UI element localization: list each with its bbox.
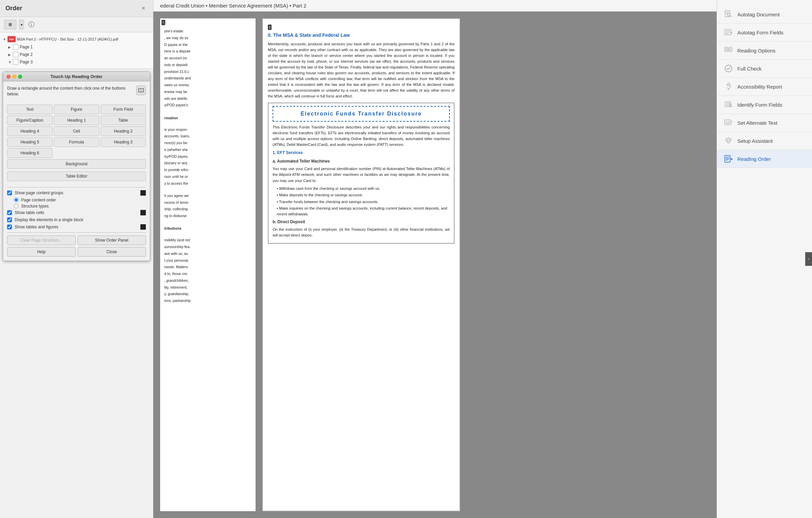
show-order-panel-button[interactable]: Show Order Panel — [78, 235, 146, 245]
heading4-tag-button[interactable]: Heading 4 — [7, 126, 52, 136]
set-alternate-text-label: Set Alternate Text — [737, 120, 777, 126]
right-panel-item-set-alt-text[interactable]: Alt Set Alternate Text — [717, 114, 812, 132]
document-content-area[interactable]: 1 yee's estate , we may do so D payee or… — [153, 12, 717, 518]
formula-tag-button[interactable]: Formula — [54, 137, 99, 147]
close-button[interactable]: Close — [78, 247, 146, 257]
heading2-tag-button[interactable]: Heading 2 — [101, 126, 146, 136]
file-tree: ▼ PDF MSA Part 2 - HTFFFCU - Std Size - … — [0, 32, 153, 69]
set-alternate-text-icon: Alt — [724, 118, 733, 127]
table-tag-button[interactable]: Table — [101, 116, 146, 125]
show-table-cells-label: Show table cells — [15, 210, 44, 215]
right-panel-item-reading-order[interactable]: Reading Order — [717, 150, 812, 168]
dropdown-button[interactable]: ▾ — [19, 20, 24, 29]
display-like-elements-checkbox[interactable] — [7, 217, 12, 222]
left-text-2: , we may do so — [164, 35, 251, 41]
dialog-body: Draw a rectangle around the content then… — [3, 81, 150, 261]
structure-types-radio[interactable] — [14, 204, 18, 208]
heading5-tag-button[interactable]: Heading 5 — [7, 137, 52, 147]
draw-rectangle-icon-button[interactable]: T — [136, 86, 146, 95]
left-text-3: D payee or the — [164, 42, 251, 48]
tree-page2-label: Page 2 — [20, 52, 33, 57]
close-traffic-light[interactable] — [6, 75, 11, 79]
heading6-tag-button[interactable]: Heading 6 — [7, 148, 52, 158]
right-panel-item-reading-options[interactable]: Reading Options — [717, 42, 812, 60]
dialog-titlebar: Touch Up Reading Order — [3, 72, 150, 81]
right-panel-item-identify-form[interactable]: Identify Form Fields — [717, 96, 812, 114]
tree-item-page3[interactable]: ▼ Page 3 — [5, 58, 153, 66]
right-panel-item-full-check[interactable]: Full Check — [717, 60, 812, 78]
document-header-text: ederal Credit Union • Member Service Agr… — [160, 3, 306, 9]
tree-toggle-page1: ▶ — [8, 45, 13, 49]
left-text-28: ave with us, as — [164, 251, 251, 257]
page-icon-1 — [13, 44, 18, 50]
clear-page-structure-button[interactable]: Clear Page Structure... — [7, 235, 76, 245]
info-icon: ⓘ — [28, 20, 34, 29]
tree-item-page2[interactable]: ▶ Page 2 — [5, 51, 153, 58]
left-text-22: h you agree we — [164, 193, 251, 199]
left-text-6: inds or deposit — [164, 62, 251, 68]
page-content-order-radio[interactable] — [14, 198, 18, 202]
heading1-tag-button[interactable]: Heading 1 — [54, 116, 99, 125]
show-page-content-groups-row: Show page content groups — [7, 190, 146, 196]
page-icon-2 — [13, 52, 18, 57]
figure-tag-button[interactable]: Figure — [54, 105, 99, 114]
cell-tag-button[interactable]: Cell — [54, 126, 99, 136]
section-0-text: Membership, accounts, products and servi… — [268, 41, 455, 99]
right-panel: Autotag Document Autotag Form Fields — [717, 0, 812, 518]
term-italic-1: term — [275, 77, 283, 81]
setup-assistant-label: Setup Assistant — [737, 138, 772, 144]
show-tables-figures-indicator — [140, 224, 146, 230]
show-table-cells-checkbox[interactable] — [7, 210, 12, 215]
left-text-26: nsibility (and not — [164, 238, 251, 243]
left-text-1: yee's estate — [164, 29, 251, 34]
display-like-elements-row: Display like elements in a single block — [7, 217, 146, 222]
left-text-30: needs. Matters — [164, 264, 251, 270]
text-tag-button[interactable]: Text — [7, 105, 52, 114]
separator-1 — [7, 187, 146, 187]
tree-item-root[interactable]: ▼ PDF MSA Part 2 - HTFFFCU - Std Size - … — [0, 35, 153, 43]
tree-item-page1[interactable]: ▶ Page 1 — [5, 43, 153, 51]
eft-list: Withdraw cash from the checking or savin… — [273, 186, 450, 217]
figure-caption-tag-button[interactable]: Figure/Caption — [7, 116, 52, 125]
show-tables-figures-checkbox[interactable] — [7, 225, 12, 229]
table-editor-button[interactable]: Table Editor — [7, 171, 146, 181]
info-button[interactable]: ⓘ — [27, 20, 36, 29]
right-panel-item-autotag-forms[interactable]: Autotag Form Fields — [717, 24, 812, 42]
show-page-content-groups-checkbox[interactable] — [7, 191, 12, 195]
touch-up-reading-order-dialog: Touch Up Reading Order Draw a rectangle … — [3, 72, 150, 261]
close-order-panel-button[interactable]: × — [139, 4, 148, 13]
background-tag-button[interactable]: Background — [7, 159, 146, 169]
heading3-tag-button[interactable]: Heading 3 — [101, 137, 146, 147]
left-text-34: y, guardianship, — [164, 291, 251, 297]
grid-view-button[interactable]: ⊞ — [4, 20, 16, 29]
show-page-content-indicator — [140, 190, 146, 196]
minimize-traffic-light[interactable] — [12, 75, 16, 79]
right-panel-item-accessibility-report[interactable]: Accessibility Report — [717, 78, 812, 96]
maximize-traffic-light[interactable] — [18, 75, 22, 79]
structure-types-row: Structure types — [14, 204, 146, 209]
doc-page-left: 1 yee's estate , we may do so D payee or… — [160, 18, 256, 511]
separator-2 — [7, 232, 146, 233]
right-panel-item-autotag[interactable]: Autotag Document — [717, 5, 812, 24]
identify-form-fields-icon — [724, 100, 733, 109]
left-text-17: iry/POD payee, — [164, 154, 251, 159]
left-text-33: lity, retirement, — [164, 285, 251, 290]
right-panel-item-setup-assistant[interactable]: Setup Assistant — [717, 132, 812, 150]
left-text-10: erwise may be — [164, 89, 251, 95]
setup-assistant-icon — [724, 136, 733, 146]
tree-page3-label: Page 3 — [20, 60, 33, 64]
accessibility-report-label: Accessibility Report — [737, 84, 782, 90]
reading-order-icon — [724, 154, 733, 164]
svg-text:T: T — [140, 89, 142, 92]
form-field-tag-button[interactable]: Form Field — [101, 105, 146, 114]
svg-point-20 — [727, 83, 730, 85]
order-toolbar: ⊞ ▾ ⓘ — [0, 17, 153, 32]
term-italic-4: term — [368, 88, 375, 92]
full-check-icon — [724, 64, 733, 73]
traffic-lights — [6, 75, 22, 79]
help-button[interactable]: Help — [7, 247, 76, 257]
autotag-document-label: Autotag Document — [737, 12, 780, 17]
reading-options-icon — [724, 46, 733, 55]
tree-page1-label: Page 1 — [20, 45, 33, 49]
draw-rectangle-icon: T — [138, 87, 144, 93]
